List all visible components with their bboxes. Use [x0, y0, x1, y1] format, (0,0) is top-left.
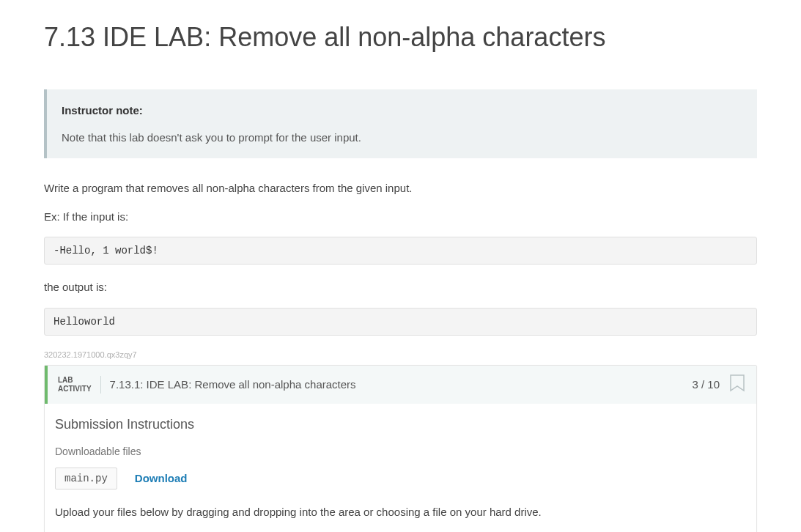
download-link[interactable]: Download — [135, 472, 188, 484]
example-output-code: Helloworld — [44, 308, 757, 336]
lab-badge-line2: ACTIVITY — [58, 385, 92, 394]
submission-heading: Submission Instructions — [55, 417, 746, 432]
instructor-note-body: Note that this lab doesn't ask you to pr… — [62, 131, 742, 144]
instructor-note-heading: Instructor note: — [62, 104, 742, 117]
instructor-note: Instructor note: Note that this lab does… — [44, 89, 757, 158]
page-title: 7.13 IDE LAB: Remove all non-alpha chara… — [44, 22, 757, 53]
lab-badge-line1: LAB — [58, 376, 92, 385]
lab-score: 3 / 10 — [692, 378, 720, 391]
lab-panel: LAB ACTIVITY 7.13.1: IDE LAB: Remove all… — [44, 365, 757, 533]
lab-activity-badge: LAB ACTIVITY — [58, 376, 101, 394]
upload-instruction: Upload your files below by dragging and … — [55, 506, 746, 518]
lab-title: 7.13.1: IDE LAB: Remove all non-alpha ch… — [110, 378, 356, 391]
lab-body: Submission Instructions Downloadable fil… — [45, 404, 756, 533]
example-input-code: -Hello, 1 world$! — [44, 237, 757, 265]
downloadable-label: Downloadable files — [55, 446, 746, 457]
problem-description: Write a program that removes all non-alp… — [44, 180, 757, 197]
bookmark-icon[interactable] — [728, 374, 746, 395]
download-row: main.py Download — [55, 468, 746, 489]
lab-header: LAB ACTIVITY 7.13.1: IDE LAB: Remove all… — [45, 366, 756, 404]
file-chip: main.py — [55, 468, 117, 489]
example-input-label: Ex: If the input is: — [44, 209, 757, 226]
example-output-label: the output is: — [44, 279, 757, 296]
reference-id: 320232.1971000.qx3zqy7 — [44, 350, 757, 359]
